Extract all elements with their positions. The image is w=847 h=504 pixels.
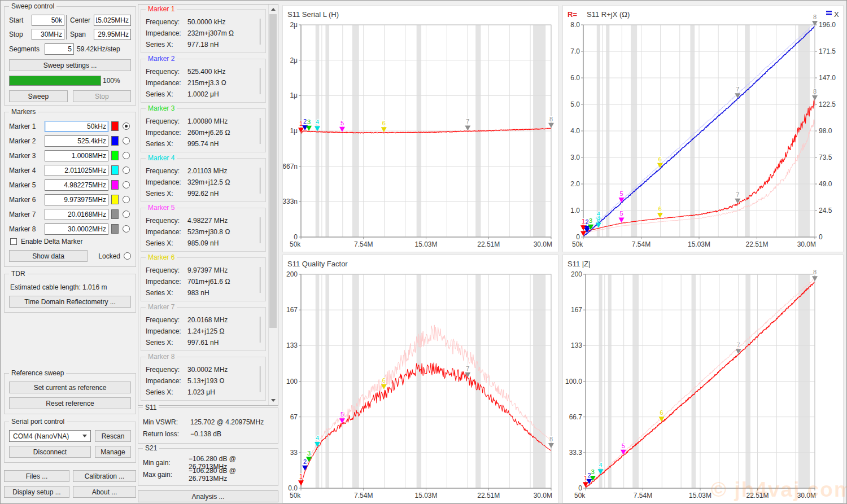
series_x-value: 1.0002 μH (187, 90, 219, 98)
chart-marker-6[interactable] (381, 127, 387, 132)
marker-color-swatch[interactable] (111, 151, 119, 160)
analysis-button[interactable]: Analysis ... (138, 490, 278, 502)
scrollbar-thumb[interactable] (269, 14, 277, 328)
marker-select-radio[interactable] (123, 211, 130, 218)
scroll-down-icon[interactable] (269, 396, 278, 405)
marker-detail-panel: Marker 5Frequency:4.98227 MHzImpedance:5… (141, 208, 266, 252)
stop-input[interactable] (32, 29, 64, 40)
marker-color-swatch[interactable] (111, 136, 119, 146)
chart-marker-number: 6 (658, 156, 662, 163)
x-axis-tick-label: 30.0M (797, 492, 816, 499)
marker-color-swatch[interactable] (111, 121, 119, 131)
chart-s11-r-jx[interactable]: 8.07.06.05.04.03.02.01.00196.0171.5147.0… (562, 5, 844, 252)
divider (260, 317, 260, 343)
marker-select-radio[interactable] (123, 122, 130, 130)
chart-marker-number: 5 (619, 210, 623, 217)
chart-title: S11 Serial L (H) (287, 10, 339, 19)
y-axis-tick-label: 33 (290, 449, 298, 457)
marker-frequency-input[interactable] (45, 209, 108, 220)
marker-frequency-input[interactable] (45, 194, 108, 205)
stop-button[interactable]: Stop (73, 90, 132, 102)
marker-select-radio[interactable] (123, 166, 130, 174)
chart-z-mag-canvas: 200167133100.066.733.3050k7.54M15.03M22.… (563, 255, 843, 503)
marker-select-radio[interactable] (123, 225, 130, 233)
marker-select-radio[interactable] (123, 181, 130, 189)
y2-axis-tick-label: 147.0 (819, 74, 836, 82)
sweep-button[interactable]: Sweep (9, 90, 68, 102)
marker-detail-panel: Marker 7Frequency:20.0168 MHzImpedance:1… (141, 307, 266, 351)
marker-color-swatch[interactable] (111, 195, 119, 204)
marker-frequency-input[interactable] (45, 135, 108, 147)
marker-detail-title: Marker 8 (146, 353, 177, 361)
marker-detail-row: Series X:977.18 nH (146, 39, 261, 50)
manage-button[interactable]: Manage (95, 446, 131, 458)
scrollbar[interactable] (268, 5, 278, 405)
scroll-up-icon[interactable] (269, 5, 278, 14)
impedance-value: 260m+j6.26 Ω (187, 129, 230, 137)
marker-select-radio[interactable] (123, 152, 130, 159)
chart-s11-quality-factor[interactable]: 20016713310067330.050k7.54M15.03M22.51M3… (282, 255, 558, 503)
show-data-button[interactable]: Show data (9, 250, 88, 262)
y2-axis-tick-label: 122.5 (819, 100, 836, 108)
x-axis-tick-label: 15.03M (414, 492, 437, 499)
marker-frequency-input[interactable] (45, 121, 108, 132)
chart-marker-5[interactable] (619, 217, 625, 222)
segments-input[interactable] (45, 43, 74, 55)
chart-marker-8[interactable] (812, 95, 818, 100)
chart-marker-8[interactable] (548, 123, 554, 128)
marker-select-radio[interactable] (123, 196, 130, 203)
min-vswr-label: Min VSWR: (143, 418, 190, 426)
disconnect-button[interactable]: Disconnect (9, 446, 91, 458)
chart-s11-z-magnitude[interactable]: 200167133100.066.733.3050k7.54M15.03M22.… (562, 255, 844, 503)
y-axis-tick-label: 0.0 (288, 484, 298, 492)
marker-color-swatch[interactable] (111, 180, 119, 190)
legend-r: R= (567, 10, 577, 19)
center-label: Center (67, 16, 91, 24)
chart-marker-6[interactable] (381, 384, 387, 389)
serial-port-select[interactable]: COM4 (NanoVNA) (9, 430, 91, 442)
impedance-label: Impedance: (146, 178, 187, 186)
y-axis-tick-label: 0 (576, 233, 580, 241)
marker-select-radio[interactable] (123, 137, 130, 144)
chart-marker-number: 5 (340, 120, 344, 126)
chart-marker-3[interactable] (306, 126, 312, 131)
marker-color-swatch[interactable] (111, 165, 119, 175)
chart-marker-8[interactable] (812, 276, 818, 281)
files-button[interactable]: Files ... (4, 470, 69, 482)
chart-marker-1[interactable] (298, 480, 304, 485)
rescan-button[interactable]: Rescan (95, 430, 131, 442)
marker-color-swatch[interactable] (111, 224, 119, 234)
chart-marker-number: 2 (303, 118, 307, 125)
marker-frequency-input[interactable] (45, 150, 108, 161)
center-input[interactable] (94, 15, 131, 26)
chart-marker-7[interactable] (465, 125, 470, 130)
chart-marker-4[interactable] (315, 126, 320, 131)
marker-detail-row: Frequency:2.01103 MHz (146, 165, 261, 177)
reset-reference-button[interactable]: Reset reference (9, 397, 131, 409)
return-loss-label: Return loss: (143, 430, 190, 438)
about-button[interactable]: About ... (73, 486, 136, 498)
s21-stats-title: S21 (143, 444, 159, 452)
sweep-settings-button[interactable]: Sweep settings ... (9, 59, 131, 71)
start-input[interactable] (32, 15, 64, 26)
calibration-button[interactable]: Calibration ... (73, 470, 136, 482)
y-axis-tick-label: 5.0 (570, 100, 580, 108)
impedance-value: 5.13+j193 Ω (187, 377, 224, 385)
s11-stats-title: S11 (143, 404, 159, 411)
time-domain-reflectometry-button[interactable]: Time Domain Reflectometry ... (9, 296, 131, 308)
chart-marker-6[interactable] (657, 213, 663, 218)
marker-frequency-input[interactable] (45, 223, 108, 235)
display-setup-button[interactable]: Display setup ... (4, 486, 69, 498)
chart-marker-number: 2 (585, 218, 588, 225)
chart-s11-serial-l[interactable]: 2μ2μ1μ1μ667n333n050k7.54M15.03M22.51M30.… (282, 5, 558, 252)
chart-serial-l-canvas: 2μ2μ1μ1μ667n333n050k7.54M15.03M22.51M30.… (283, 6, 558, 252)
divider (260, 118, 260, 144)
enable-delta-marker-checkbox[interactable] (10, 238, 17, 245)
set-current-as-reference-button[interactable]: Set current as reference (9, 382, 131, 393)
locked-radio[interactable] (124, 252, 131, 260)
marker-frequency-input[interactable] (45, 165, 108, 176)
marker-frequency-input[interactable] (45, 179, 108, 191)
chart-marker-8[interactable] (548, 443, 554, 448)
marker-color-swatch[interactable] (111, 209, 119, 219)
span-input[interactable] (94, 29, 131, 40)
